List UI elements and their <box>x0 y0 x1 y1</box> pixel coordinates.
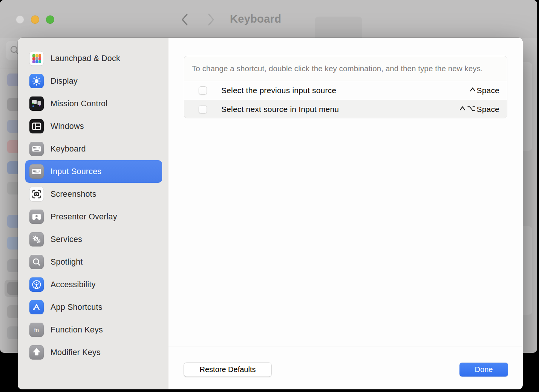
keyboard-shortcuts-sheet: Launchpad & Dock Display <box>18 38 523 389</box>
shortcut-key-label: Space <box>476 105 499 114</box>
sidebar-item-label: App Shortcuts <box>51 303 103 312</box>
table-row: Select next source in Input menu Space <box>184 100 507 118</box>
launchpad-icon <box>29 51 44 66</box>
restore-defaults-button[interactable]: Restore Defaults <box>184 363 271 377</box>
dimmed-sidebar-app-icon <box>7 74 18 86</box>
sidebar-item-keyboard[interactable]: Keyboard <box>25 138 162 160</box>
sidebar-item-label: Windows <box>51 122 84 131</box>
input-sources-icon <box>29 164 44 179</box>
dimmed-sidebar-app-icon <box>7 259 18 272</box>
sidebar-item-mission-control[interactable]: Mission Control <box>25 92 162 115</box>
shortcut-value[interactable]: Space <box>459 105 499 114</box>
sidebar-item-spotlight[interactable]: Spotlight <box>25 251 162 273</box>
sidebar-item-presenter-overlay[interactable]: Presenter Overlay <box>25 205 162 228</box>
dimmed-sidebar-app-icon <box>7 326 18 339</box>
sidebar-item-label: Services <box>51 235 82 244</box>
spotlight-icon <box>29 255 44 269</box>
background-window-title: Keyboard <box>230 13 281 25</box>
shortcut-instructions: To change a shortcut, double click the k… <box>184 56 507 81</box>
dimmed-sidebar-app-icon <box>7 237 18 250</box>
zoom-button[interactable] <box>46 15 54 24</box>
accessibility-icon <box>29 277 44 292</box>
footer-divider <box>168 346 523 346</box>
sidebar-item-launchpad-dock[interactable]: Launchpad & Dock <box>25 47 162 70</box>
app-shortcuts-icon <box>29 300 44 314</box>
shortcut-key-label: Space <box>476 86 499 95</box>
restore-defaults-label: Restore Defaults <box>200 365 256 374</box>
dimmed-sidebar-app-icon <box>7 282 18 295</box>
instructions-text: To change a shortcut, double click the k… <box>192 63 490 75</box>
sidebar-item-label: Display <box>51 77 78 86</box>
keyboard-icon <box>29 142 44 156</box>
shortcut-table: To change a shortcut, double click the k… <box>184 56 507 118</box>
done-button[interactable]: Done <box>459 363 508 377</box>
windows-icon <box>29 119 44 133</box>
forward-chevron-icon[interactable] <box>206 12 216 27</box>
search-icon <box>9 43 18 57</box>
shortcuts-category-sidebar: Launchpad & Dock Display <box>18 38 168 389</box>
mission-control-icon <box>29 96 44 111</box>
sidebar-item-label: Spotlight <box>51 257 83 267</box>
dimmed-sidebar-app-icon <box>7 120 18 133</box>
sidebar-item-label: Modifier Keys <box>51 348 101 357</box>
services-icon <box>29 232 44 247</box>
sidebar-item-function-keys[interactable]: fn Function Keys <box>25 318 162 341</box>
sidebar-item-modifier-keys[interactable]: Modifier Keys <box>25 341 162 364</box>
dimmed-sidebar-app-icon <box>7 305 18 318</box>
sidebar-item-label: Input Sources <box>51 167 101 176</box>
minimize-button[interactable] <box>31 15 39 24</box>
control-key-icon <box>459 106 466 111</box>
sidebar-item-app-shortcuts[interactable]: App Shortcuts <box>25 296 162 318</box>
modifier-keys-icon <box>29 345 44 360</box>
sidebar-item-label: Launchpad & Dock <box>51 54 120 63</box>
shortcut-label: Select the previous input source <box>221 86 336 95</box>
sidebar-item-label: Mission Control <box>51 99 107 109</box>
shortcut-value[interactable]: Space <box>469 86 499 95</box>
presenter-overlay-icon <box>29 210 44 224</box>
control-key-icon <box>469 87 476 92</box>
dimmed-sidebar-app-icon <box>7 215 18 228</box>
row-checkbox[interactable] <box>199 105 207 113</box>
row-checkbox[interactable] <box>199 86 207 95</box>
display-icon <box>29 74 44 88</box>
sidebar-item-label: Screenshots <box>51 190 96 199</box>
sidebar-item-accessibility[interactable]: Accessibility <box>25 273 162 296</box>
dimmed-sidebar-strip <box>0 38 18 353</box>
dimmed-sidebar-app-icon <box>7 161 18 174</box>
sidebar-item-screenshots[interactable]: Screenshots <box>25 183 162 205</box>
fn-icon-text: fn <box>34 327 39 333</box>
option-key-icon <box>467 106 476 112</box>
back-chevron-icon[interactable] <box>179 12 189 27</box>
sidebar-item-display[interactable]: Display <box>25 70 162 92</box>
table-row: Select the previous input source Space <box>184 81 507 100</box>
dimmed-sidebar-app-icon <box>7 98 18 111</box>
sidebar-item-windows[interactable]: Windows <box>25 115 162 138</box>
done-label: Done <box>475 365 493 374</box>
sidebar-item-label: Presenter Overlay <box>51 212 117 222</box>
screenshots-icon <box>29 187 44 201</box>
shortcuts-content-pane: To change a shortcut, double click the k… <box>168 38 523 389</box>
sidebar-item-label: Keyboard <box>51 144 86 154</box>
sidebar-item-label: Accessibility <box>51 280 96 289</box>
sidebar-item-input-sources[interactable]: Input Sources <box>25 160 162 183</box>
dimmed-sidebar-app-icon <box>7 140 18 153</box>
sidebar-item-label: Function Keys <box>51 325 103 335</box>
sidebar-item-services[interactable]: Services <box>25 228 162 251</box>
dimmed-sidebar-app-icon <box>7 182 18 194</box>
dimmed-sidebar-divider <box>0 69 18 69</box>
close-button[interactable] <box>16 15 24 24</box>
shortcut-label: Select next source in Input menu <box>221 105 339 114</box>
function-keys-icon: fn <box>29 323 44 337</box>
